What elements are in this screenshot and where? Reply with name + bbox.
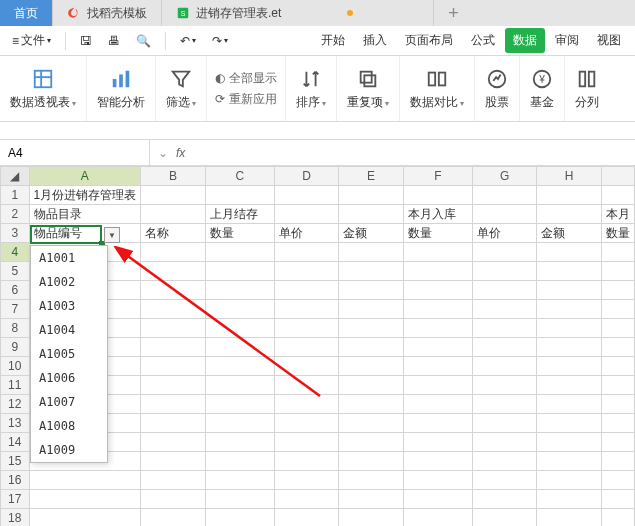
cell-E7[interactable] <box>339 300 404 319</box>
row-header-3[interactable]: 3 <box>1 224 30 243</box>
cell-G2[interactable] <box>472 205 537 224</box>
col-header-E[interactable]: E <box>339 167 404 186</box>
cell-I12[interactable] <box>601 395 634 414</box>
cell-I10[interactable] <box>601 357 634 376</box>
cell-C18[interactable] <box>205 509 274 527</box>
dropdown-option[interactable]: A1001 <box>31 246 107 270</box>
col-header-D[interactable]: D <box>274 167 339 186</box>
dropdown-option[interactable]: A1008 <box>31 414 107 438</box>
redo-button[interactable]: ↷▾ <box>206 30 234 52</box>
cell-C10[interactable] <box>205 357 274 376</box>
row-header-5[interactable]: 5 <box>1 262 30 281</box>
cell-B5[interactable] <box>141 262 206 281</box>
cell-G11[interactable] <box>472 376 537 395</box>
cell-I17[interactable] <box>601 490 634 509</box>
cell-A17[interactable] <box>29 490 141 509</box>
cell-E6[interactable] <box>339 281 404 300</box>
cell-D15[interactable] <box>274 452 339 471</box>
cell-I2[interactable]: 本月 <box>601 205 634 224</box>
dropdown-option[interactable]: A1007 <box>31 390 107 414</box>
fx-dropdown-icon[interactable]: ⌄ <box>158 146 168 160</box>
cell-F17[interactable] <box>403 490 472 509</box>
cell-B18[interactable] <box>141 509 206 527</box>
tab-start[interactable]: 开始 <box>313 28 353 53</box>
cell-dropdown-button[interactable]: ▼ <box>104 227 120 243</box>
cell-F7[interactable] <box>403 300 472 319</box>
cell-C15[interactable] <box>205 452 274 471</box>
cell-D4[interactable] <box>274 243 339 262</box>
cell-B4[interactable] <box>141 243 206 262</box>
cell-I16[interactable] <box>601 471 634 490</box>
cell-I13[interactable] <box>601 414 634 433</box>
cell-E3[interactable]: 金额 <box>339 224 404 243</box>
cell-F5[interactable] <box>403 262 472 281</box>
cell-B6[interactable] <box>141 281 206 300</box>
cell-C1[interactable] <box>205 186 274 205</box>
cell-F18[interactable] <box>403 509 472 527</box>
row-header-14[interactable]: 14 <box>1 433 30 452</box>
ribbon-fund[interactable]: ¥ 基金 <box>520 56 565 121</box>
cell-G14[interactable] <box>472 433 537 452</box>
col-header-I[interactable] <box>601 167 634 186</box>
cell-E5[interactable] <box>339 262 404 281</box>
tab-review[interactable]: 审阅 <box>547 28 587 53</box>
tab-formula[interactable]: 公式 <box>463 28 503 53</box>
cell-F9[interactable] <box>403 338 472 357</box>
row-header-15[interactable]: 15 <box>1 452 30 471</box>
spreadsheet-grid[interactable]: ◢ABCDEFGH11月份进销存管理表2物品目录上月结存本月入库本月3物品编号名… <box>0 166 635 526</box>
cell-G5[interactable] <box>472 262 537 281</box>
cell-B17[interactable] <box>141 490 206 509</box>
name-box[interactable] <box>0 140 150 165</box>
cell-E14[interactable] <box>339 433 404 452</box>
cell-G15[interactable] <box>472 452 537 471</box>
cell-B16[interactable] <box>141 471 206 490</box>
cell-E18[interactable] <box>339 509 404 527</box>
row-header-18[interactable]: 18 <box>1 509 30 527</box>
cell-I15[interactable] <box>601 452 634 471</box>
cell-H2[interactable] <box>537 205 602 224</box>
ribbon-dup[interactable]: 重复项 <box>337 56 400 121</box>
cell-I5[interactable] <box>601 262 634 281</box>
cell-G6[interactable] <box>472 281 537 300</box>
cell-C14[interactable] <box>205 433 274 452</box>
cell-D2[interactable] <box>274 205 339 224</box>
cell-H1[interactable] <box>537 186 602 205</box>
cell-C6[interactable] <box>205 281 274 300</box>
cell-E16[interactable] <box>339 471 404 490</box>
tab-data[interactable]: 数据 <box>505 28 545 53</box>
cell-D18[interactable] <box>274 509 339 527</box>
cell-G1[interactable] <box>472 186 537 205</box>
cell-G7[interactable] <box>472 300 537 319</box>
ribbon-filter[interactable]: 筛选 <box>156 56 207 121</box>
cell-C16[interactable] <box>205 471 274 490</box>
cell-C8[interactable] <box>205 319 274 338</box>
cell-E13[interactable] <box>339 414 404 433</box>
cell-A1[interactable]: 1月份进销存管理表 <box>29 186 141 205</box>
cell-F10[interactable] <box>403 357 472 376</box>
cell-E4[interactable] <box>339 243 404 262</box>
cell-C17[interactable] <box>205 490 274 509</box>
cell-G13[interactable] <box>472 414 537 433</box>
cell-B14[interactable] <box>141 433 206 452</box>
cell-F13[interactable] <box>403 414 472 433</box>
doc-tab-home[interactable]: 首页 <box>0 0 53 26</box>
ribbon-smart[interactable]: 智能分析 <box>87 56 156 121</box>
col-header-F[interactable]: F <box>403 167 472 186</box>
cell-D1[interactable] <box>274 186 339 205</box>
cell-H11[interactable] <box>537 376 602 395</box>
cell-D5[interactable] <box>274 262 339 281</box>
cell-I14[interactable] <box>601 433 634 452</box>
cell-B10[interactable] <box>141 357 206 376</box>
cell-H5[interactable] <box>537 262 602 281</box>
cell-D11[interactable] <box>274 376 339 395</box>
col-header-A[interactable]: A <box>29 167 141 186</box>
cell-H6[interactable] <box>537 281 602 300</box>
cell-H12[interactable] <box>537 395 602 414</box>
cell-I4[interactable] <box>601 243 634 262</box>
cell-F15[interactable] <box>403 452 472 471</box>
cell-I9[interactable] <box>601 338 634 357</box>
cell-D9[interactable] <box>274 338 339 357</box>
cell-I11[interactable] <box>601 376 634 395</box>
cell-I3[interactable]: 数量 <box>601 224 634 243</box>
cell-H10[interactable] <box>537 357 602 376</box>
